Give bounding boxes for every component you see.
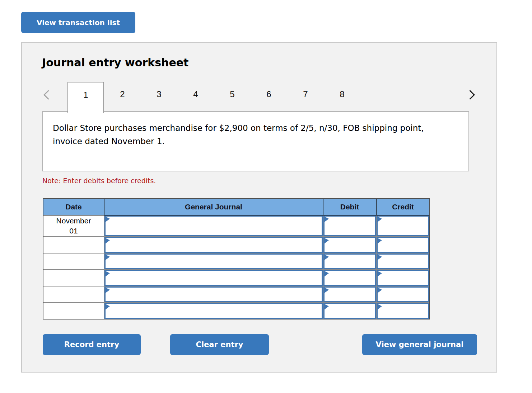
transaction-description-box: Dollar Store purchases merchandise for $…: [42, 111, 469, 171]
column-header: General Journal: [104, 199, 323, 215]
account-title-input[interactable]: [104, 287, 323, 302]
cell-flag-icon: [325, 288, 329, 293]
note-text: Note: Enter debits before credits.: [42, 177, 156, 185]
account-title-input[interactable]: [104, 303, 323, 319]
debit-input[interactable]: [323, 303, 376, 319]
chevron-right-icon[interactable]: [465, 90, 475, 100]
date-cell: [43, 270, 104, 286]
record-entry-button[interactable]: Record entry: [43, 334, 141, 355]
cell-flag-icon: [325, 255, 329, 260]
cell-flag-icon: [378, 304, 382, 309]
debit-input[interactable]: [323, 254, 376, 269]
date-cell: [43, 303, 104, 319]
tab-list: 12345678: [67, 82, 360, 111]
cell-flag-icon: [378, 288, 382, 293]
column-header: Credit: [377, 199, 429, 215]
view-transaction-list-button[interactable]: View transaction list: [21, 12, 135, 33]
account-title-input[interactable]: [104, 237, 323, 253]
column-header: Date: [43, 199, 104, 215]
credit-input[interactable]: [377, 237, 429, 253]
cell-flag-icon: [106, 217, 110, 222]
date-cell: November 01: [43, 216, 104, 236]
tab-2[interactable]: 2: [104, 82, 141, 111]
cell-flag-icon: [106, 238, 110, 243]
date-cell: [43, 287, 104, 302]
tab-5[interactable]: 5: [214, 82, 251, 111]
credit-input[interactable]: [377, 270, 429, 286]
transaction-description: Dollar Store purchases merchandise for $…: [53, 122, 426, 148]
tab-6[interactable]: 6: [251, 82, 287, 111]
account-title-input[interactable]: [104, 270, 323, 286]
debit-input[interactable]: [323, 287, 376, 302]
tab-4[interactable]: 4: [177, 82, 214, 111]
cell-flag-icon: [106, 255, 110, 260]
cell-flag-icon: [378, 255, 382, 260]
table-row: [43, 287, 429, 302]
debit-input[interactable]: [323, 216, 376, 236]
page: { "toolbar": { "view_transaction_list_la…: [0, 0, 532, 393]
table-row: [43, 254, 429, 269]
tab-7[interactable]: 7: [287, 82, 324, 111]
cell-flag-icon: [106, 304, 110, 309]
tab-8[interactable]: 8: [324, 82, 360, 111]
account-title-input[interactable]: [104, 216, 323, 236]
column-header: Debit: [323, 199, 376, 215]
journal-table-body: November 01: [43, 216, 429, 319]
journal-table: DateGeneral JournalDebitCredit November …: [43, 198, 430, 319]
debit-input[interactable]: [323, 237, 376, 253]
credit-input[interactable]: [377, 303, 429, 319]
worksheet-panel: Journal entry worksheet 12345678 Dollar …: [21, 42, 497, 373]
cell-flag-icon: [325, 304, 329, 309]
credit-input[interactable]: [377, 287, 429, 302]
cell-flag-icon: [325, 238, 329, 243]
date-cell: [43, 254, 104, 269]
table-row: [43, 270, 429, 286]
table-row: November 01: [43, 216, 429, 236]
cell-flag-icon: [378, 238, 382, 243]
clear-entry-button[interactable]: Clear entry: [170, 334, 269, 355]
journal-table-header: DateGeneral JournalDebitCredit: [43, 199, 429, 216]
table-row: [43, 237, 429, 253]
cell-flag-icon: [106, 271, 110, 276]
chevron-left-icon[interactable]: [43, 90, 53, 100]
page-title: Journal entry worksheet: [42, 56, 188, 69]
cell-flag-icon: [325, 217, 329, 222]
cell-flag-icon: [325, 271, 329, 276]
cell-flag-icon: [378, 271, 382, 276]
tab-strip: 12345678: [42, 82, 476, 111]
view-general-journal-button[interactable]: View general journal: [362, 334, 477, 355]
account-title-input[interactable]: [104, 254, 323, 269]
credit-input[interactable]: [377, 216, 429, 236]
credit-input[interactable]: [377, 254, 429, 269]
debit-input[interactable]: [323, 270, 376, 286]
tab-1[interactable]: 1: [67, 82, 104, 113]
cell-flag-icon: [106, 288, 110, 293]
cell-flag-icon: [378, 217, 382, 222]
date-cell: [43, 237, 104, 253]
table-row: [43, 303, 429, 319]
tab-3[interactable]: 3: [141, 82, 177, 111]
